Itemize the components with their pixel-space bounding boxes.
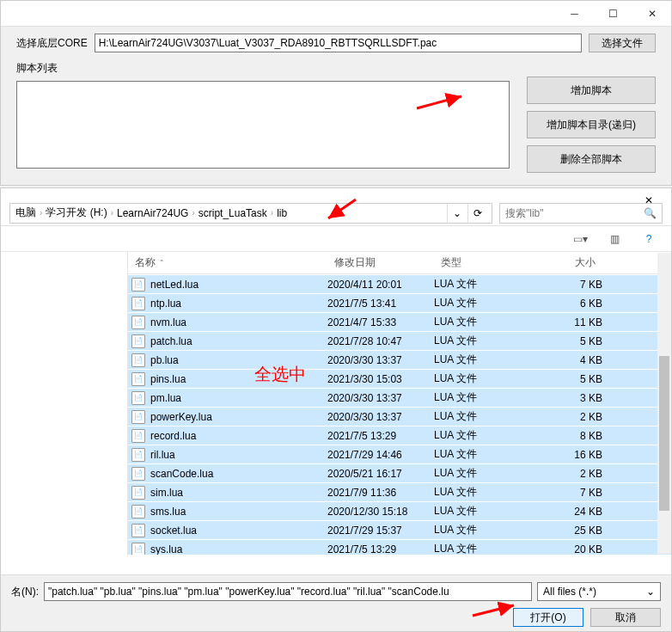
file-size: 7 KB xyxy=(520,279,602,291)
scrollbar-thumb[interactable] xyxy=(659,356,669,511)
file-icon: 📄 xyxy=(131,467,145,481)
file-row[interactable]: 📄ntp.lua2021/7/5 13:41LUA 文件6 KB xyxy=(128,293,671,312)
file-row[interactable]: 📄powerKey.lua2020/3/30 13:37LUA 文件2 KB xyxy=(128,407,671,426)
file-name: powerKey.lua xyxy=(150,411,212,423)
file-date: 2020/3/30 13:37 xyxy=(327,392,434,404)
file-name: sms.lua xyxy=(150,506,186,518)
filename-input[interactable] xyxy=(44,582,532,601)
toolbar: ▭▾ ▥ ? xyxy=(1,226,671,252)
file-row[interactable]: 📄patch.lua2021/7/28 10:47LUA 文件5 KB xyxy=(128,331,671,350)
dialog-footer: 名(N): All files (*.*) ⌄ 打开(O) 取消 xyxy=(1,574,671,631)
file-size: 24 KB xyxy=(520,506,602,518)
file-type: LUA 文件 xyxy=(434,334,520,348)
core-path-input[interactable] xyxy=(95,34,582,52)
pick-file-button[interactable]: 选择文件 xyxy=(589,34,656,52)
file-date: 2021/7/28 10:47 xyxy=(327,335,434,347)
vertical-scrollbar[interactable] xyxy=(657,253,671,554)
file-row[interactable]: 📄ril.lua2021/7/29 14:46LUA 文件16 KB xyxy=(128,445,671,463)
script-list-area[interactable] xyxy=(16,81,510,169)
file-icon: 📄 xyxy=(131,486,145,500)
breadcrumb-dropdown-icon[interactable]: ⌄ xyxy=(447,204,466,223)
maximize-button[interactable]: ☐ xyxy=(594,1,632,27)
file-row[interactable]: 📄sys.lua2021/7/5 13:29LUA 文件20 KB xyxy=(128,539,671,555)
file-size: 16 KB xyxy=(520,449,602,461)
file-row[interactable]: 📄sim.lua2021/7/9 11:36LUA 文件7 KB xyxy=(128,482,671,501)
column-header-row: 名称˄ 修改日期 类型 大小 xyxy=(128,252,671,274)
file-icon: 📄 xyxy=(131,429,145,443)
file-type: LUA 文件 xyxy=(434,428,520,443)
file-type: LUA 文件 xyxy=(434,353,520,367)
file-icon: 📄 xyxy=(131,297,145,310)
file-row[interactable]: 📄pm.lua2020/3/30 13:37LUA 文件3 KB xyxy=(128,388,671,407)
file-size: 6 KB xyxy=(520,298,602,310)
breadcrumb[interactable]: 电脑› 学习开发 (H:)› LearnAir724UG› script_Lua… xyxy=(9,203,492,224)
file-date: 2020/4/11 20:01 xyxy=(327,279,434,291)
help-icon[interactable]: ? xyxy=(637,230,661,249)
file-row[interactable]: 📄pb.lua2020/3/30 13:37LUA 文件4 KB xyxy=(128,350,671,369)
breadcrumb-item[interactable]: lib xyxy=(277,207,287,219)
file-size: 7 KB xyxy=(520,487,602,499)
script-list-label: 脚本列表 xyxy=(16,61,510,76)
file-icon: 📄 xyxy=(131,316,145,329)
file-row[interactable]: 📄scanCode.lua2020/5/21 16:17LUA 文件2 KB xyxy=(128,463,671,482)
file-type: LUA 文件 xyxy=(434,466,520,481)
add-script-dir-button[interactable]: 增加脚本目录(递归) xyxy=(527,111,656,138)
file-type: LUA 文件 xyxy=(434,504,520,518)
file-list: 名称˄ 修改日期 类型 大小 📄netLed.lua2020/4/11 20:0… xyxy=(128,252,671,556)
file-icon: 📄 xyxy=(131,448,145,462)
file-type: LUA 文件 xyxy=(434,447,520,462)
breadcrumb-item[interactable]: LearnAir724UG xyxy=(117,207,188,219)
file-type: LUA 文件 xyxy=(434,542,520,555)
file-date: 2020/12/30 15:18 xyxy=(327,506,434,518)
file-size: 2 KB xyxy=(520,411,602,423)
breadcrumb-item[interactable]: 学习开发 (H:) xyxy=(46,206,107,220)
file-date: 2021/3/30 15:03 xyxy=(327,373,434,385)
file-date: 2020/3/30 13:37 xyxy=(327,411,434,423)
view-options-icon[interactable]: ▭▾ xyxy=(568,230,592,249)
file-date: 2021/7/29 14:46 xyxy=(327,449,434,461)
file-open-dialog: ✕ 电脑› 学习开发 (H:)› LearnAir724UG› script_L… xyxy=(0,187,672,632)
column-size-header[interactable]: 大小 xyxy=(520,255,602,270)
breadcrumb-item[interactable]: script_LuaTask xyxy=(199,207,267,219)
search-box[interactable]: 🔍 xyxy=(499,203,663,224)
file-date: 2021/7/29 15:37 xyxy=(327,525,434,537)
filetype-filter[interactable]: All files (*.*) ⌄ xyxy=(537,582,661,601)
file-row[interactable]: 📄socket.lua2021/7/29 15:37LUA 文件25 KB xyxy=(128,520,671,539)
file-row[interactable]: 📄nvm.lua2021/4/7 15:33LUA 文件11 KB xyxy=(128,312,671,331)
file-row[interactable]: 📄pins.lua2021/3/30 15:03LUA 文件5 KB xyxy=(128,369,671,388)
open-button[interactable]: 打开(O) xyxy=(513,608,583,627)
file-date: 2021/7/9 11:36 xyxy=(327,487,434,499)
cancel-button[interactable]: 取消 xyxy=(590,608,661,627)
file-name: pins.lua xyxy=(150,373,186,385)
add-script-button[interactable]: 增加脚本 xyxy=(527,77,656,104)
file-icon: 📄 xyxy=(131,524,145,537)
file-icon: 📄 xyxy=(131,410,145,424)
search-icon: 🔍 xyxy=(644,207,657,219)
preview-pane-icon[interactable]: ▥ xyxy=(602,230,626,249)
column-type-header[interactable]: 类型 xyxy=(434,255,520,270)
breadcrumb-item[interactable]: 电脑 xyxy=(15,206,36,220)
refresh-icon[interactable]: ⟳ xyxy=(467,204,486,223)
core-label: 选择底层CORE xyxy=(16,36,88,51)
filename-label: 名(N): xyxy=(11,585,39,599)
file-size: 11 KB xyxy=(520,316,602,328)
file-name: netLed.lua xyxy=(150,279,199,291)
file-icon: 📄 xyxy=(131,505,145,518)
file-row[interactable]: 📄record.lua2021/7/5 13:29LUA 文件8 KB xyxy=(128,426,671,445)
file-icon: 📄 xyxy=(131,372,145,386)
file-row[interactable]: 📄sms.lua2020/12/30 15:18LUA 文件24 KB xyxy=(128,501,671,520)
file-date: 2020/5/21 16:17 xyxy=(327,468,434,480)
column-name-header[interactable]: 名称˄ xyxy=(128,255,327,270)
remove-all-scripts-button[interactable]: 删除全部脚本 xyxy=(527,145,656,173)
search-input[interactable] xyxy=(505,207,644,219)
file-icon: 📄 xyxy=(131,353,145,367)
file-date: 2021/7/5 13:29 xyxy=(327,543,434,555)
file-size: 25 KB xyxy=(520,525,602,537)
navigation-pane[interactable] xyxy=(1,252,128,556)
close-button[interactable]: ✕ xyxy=(632,1,671,27)
minimize-button[interactable]: ─ xyxy=(555,1,594,27)
column-date-header[interactable]: 修改日期 xyxy=(327,255,434,270)
file-name: pm.lua xyxy=(150,392,181,404)
file-row[interactable]: 📄netLed.lua2020/4/11 20:01LUA 文件7 KB xyxy=(128,274,671,293)
file-size: 4 KB xyxy=(520,354,602,366)
